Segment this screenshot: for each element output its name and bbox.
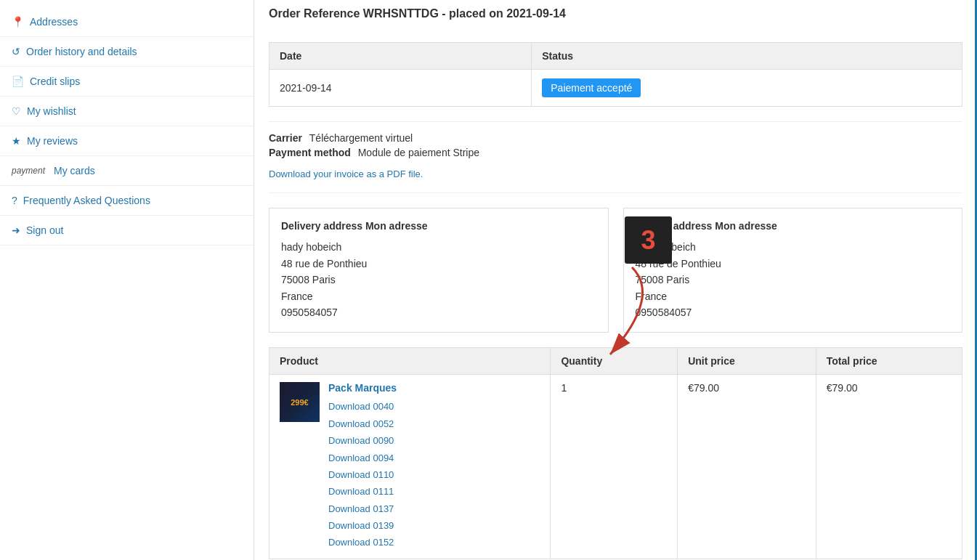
step-badge: 3	[625, 216, 672, 264]
col-total-price: Total price	[816, 348, 962, 375]
product-name-link[interactable]: Pack Marques	[328, 382, 540, 394]
invoice-address-card: Invoice address Mon adresse hady hobeich…	[623, 208, 963, 333]
table-row: 2021-09-14 Paiement accepté	[269, 70, 962, 107]
carrier-info-text: Carrier Téléchargement virtuel	[269, 132, 962, 144]
address-row: Delivery address Mon adresse hady hobeic…	[269, 208, 962, 333]
order-status-cell: Paiement accepté	[532, 70, 962, 107]
status-badge: Paiement accepté	[542, 78, 641, 97]
invoice-pdf-link[interactable]: Download your invoice as a PDF file.	[269, 166, 423, 182]
product-cell-inner: 299€ Pack Marques Download 0040 Download…	[280, 382, 540, 551]
col-quantity: Quantity	[551, 348, 678, 375]
invoice-name: hady hobeich	[636, 239, 951, 255]
order-date: 2021-09-14	[269, 70, 532, 107]
col-status: Status	[532, 43, 962, 70]
payment-label: Payment method	[269, 147, 351, 158]
star-icon: ★	[12, 135, 21, 147]
col-date: Date	[269, 43, 532, 70]
location-icon: 📍	[12, 16, 24, 28]
sidebar-item-cards[interactable]: payment My cards	[0, 156, 254, 186]
product-total-price: €79.00	[816, 375, 962, 559]
delivery-postcode: 75008 Paris	[281, 272, 596, 288]
download-link-0137[interactable]: Download 0137	[328, 500, 540, 517]
product-cell: 299€ Pack Marques Download 0040 Download…	[269, 375, 551, 559]
thumb-text: 299€	[291, 398, 308, 407]
download-link-0139[interactable]: Download 0139	[328, 517, 540, 534]
carrier-label: Carrier	[269, 132, 302, 144]
delivery-address: 48 rue de Ponthieu	[281, 256, 596, 272]
download-link-0111[interactable]: Download 0111	[328, 483, 540, 500]
product-quantity: 1	[551, 375, 678, 559]
delivery-phone: 0950584057	[281, 304, 596, 320]
sidebar-item-order-history[interactable]: ↺ Order history and details	[0, 37, 254, 67]
payment-value: Module de paiement Stripe	[358, 147, 479, 158]
download-link-0110[interactable]: Download 0110	[328, 466, 540, 483]
product-info: Pack Marques Download 0040 Download 0052…	[328, 382, 540, 551]
sidebar-item-wishlist[interactable]: ♡ My wishlist	[0, 97, 254, 126]
col-unit-price: Unit price	[678, 348, 816, 375]
payment-icon: payment	[12, 166, 45, 176]
delivery-country: France	[281, 288, 596, 304]
download-link-0040[interactable]: Download 0040	[328, 398, 540, 415]
carrier-info: Carrier Téléchargement virtuel Payment m…	[269, 121, 962, 193]
product-thumbnail: 299€	[280, 382, 320, 422]
delivery-title: Delivery address Mon adresse	[281, 220, 596, 232]
history-icon: ↺	[12, 46, 20, 57]
invoice-postcode: 75008 Paris	[636, 272, 951, 288]
payment-info-text: Payment method Module de paiement Stripe	[269, 147, 962, 158]
invoice-country: France	[636, 288, 951, 304]
order-title: Order Reference WRHSNTTDG - placed on 20…	[269, 7, 962, 28]
sidebar-item-signout[interactable]: ➜ Sign out	[0, 216, 254, 245]
products-table: Product Quantity Unit price Total price	[269, 347, 962, 559]
sidebar-item-faq[interactable]: ? Frequently Asked Questions	[0, 186, 254, 216]
invoice-address-title: Invoice address Mon adresse	[636, 220, 951, 232]
signout-icon: ➜	[12, 224, 20, 236]
main-content: Order Reference WRHSNTTDG - placed on 20…	[254, 0, 977, 560]
carrier-value: Téléchargement virtuel	[309, 132, 413, 144]
invoice-address: 48 rue de Ponthieu	[636, 256, 951, 272]
product-row: 299€ Pack Marques Download 0040 Download…	[269, 375, 962, 559]
sidebar-item-addresses[interactable]: 📍 Addresses	[0, 7, 254, 37]
heart-icon: ♡	[12, 105, 21, 117]
delivery-address-card: Delivery address Mon adresse hady hobeic…	[269, 208, 609, 333]
sidebar: 📍 Addresses ↺ Order history and details …	[0, 0, 254, 560]
delivery-name: hady hobeich	[281, 239, 596, 255]
status-table: Date Status 2021-09-14 Paiement accepté	[269, 42, 962, 107]
download-link-0052[interactable]: Download 0052	[328, 415, 540, 432]
thumbnail-inner: 299€	[280, 382, 320, 422]
product-unit-price: €79.00	[678, 375, 816, 559]
download-link-0152[interactable]: Download 0152	[328, 534, 540, 551]
document-icon: 📄	[12, 76, 24, 87]
col-product: Product	[269, 348, 551, 375]
question-icon: ?	[12, 195, 17, 206]
download-link-0090[interactable]: Download 0090	[328, 432, 540, 449]
download-link-0094[interactable]: Download 0094	[328, 450, 540, 466]
sidebar-item-credit-slips[interactable]: 📄 Credit slips	[0, 67, 254, 97]
sidebar-item-reviews[interactable]: ★ My reviews	[0, 126, 254, 156]
invoice-phone: 0950584057	[636, 304, 951, 320]
